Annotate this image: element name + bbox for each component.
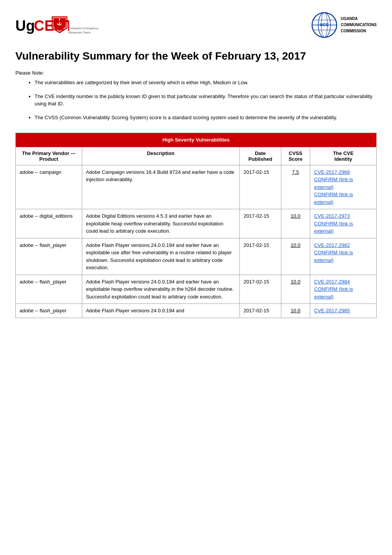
cve-cell: CVE-2017-2973 CONFIRM (link is external) bbox=[310, 209, 377, 238]
table-row: adobe -- flash_player Adobe Flash Player… bbox=[16, 304, 377, 318]
col-header-desc: Description bbox=[82, 147, 239, 165]
cve-link[interactable]: CVE-2017-2973 bbox=[314, 212, 372, 220]
confirm-link-1[interactable]: CONFIRM (link is external) bbox=[314, 176, 372, 191]
cve-cell: CVE-2017-2982 CONFIRM (link is external) bbox=[310, 238, 377, 275]
col-header-date: DatePublished bbox=[239, 147, 281, 165]
table-row: adobe -- flash_player Adobe Flash Player… bbox=[16, 275, 377, 304]
date-cell: 2017-02-15 bbox=[239, 275, 281, 304]
ugcert-logo-svg: Ug CERT bbox=[15, 15, 69, 36]
col-header-cve: The CVEIdentity bbox=[310, 147, 377, 165]
note-item-2: The CVE indentity number is the publicly… bbox=[35, 93, 377, 108]
cvss-cell: 10.0 bbox=[281, 209, 310, 238]
ugcert-subtitle: Computer Emergency Response Team bbox=[68, 27, 98, 34]
confirm-link-2[interactable]: CONFIRM (link is external) bbox=[314, 191, 372, 206]
desc-cell: Adobe Campaign versions 16.4 Build 8724 … bbox=[82, 165, 239, 209]
col-header-cvss: CVSSScore bbox=[281, 147, 310, 165]
cvss-cell: 10.0 bbox=[281, 304, 310, 318]
vendor-cell: adobe -- flash_player bbox=[16, 275, 82, 304]
ucc-logo: UCC UGANDA COMMUNICATIONS COMMISSION bbox=[311, 12, 377, 38]
cve-link[interactable]: CVE-2017-2982 bbox=[314, 242, 372, 249]
vendor-cell: adobe -- flash_player bbox=[16, 238, 82, 275]
page-title: Vulnerability Summary for the Week of Fe… bbox=[15, 50, 377, 62]
table-row: adobe -- flash_player Adobe Flash Player… bbox=[16, 238, 377, 275]
svg-text:CERT: CERT bbox=[34, 18, 69, 34]
vendor-cell: adobe -- digital_editions bbox=[16, 209, 82, 238]
date-cell: 2017-02-15 bbox=[239, 209, 281, 238]
cve-link[interactable]: CVE-2017-2984 bbox=[314, 278, 372, 286]
vendor-cell: adobe -- flash_player bbox=[16, 304, 82, 318]
notes-list: The vulnerabilities are cattegorized by … bbox=[15, 79, 377, 121]
cve-cell: CVE-2017-2985 bbox=[310, 304, 377, 318]
confirm-link-1[interactable]: CONFIRM (link is external) bbox=[314, 285, 372, 300]
cve-link[interactable]: CVE-2017-2985 bbox=[314, 307, 372, 315]
cvss-cell: 7.5 bbox=[281, 165, 310, 209]
cve-cell: CVE-2017-2968 CONFIRM (link is external)… bbox=[310, 165, 377, 209]
vulnerability-table: High Severity Vulnerabilities The Primar… bbox=[15, 133, 377, 318]
desc-cell: Adobe Flash Player versions 24.0.0.194 a… bbox=[82, 304, 239, 318]
cvss-cell: 10.0 bbox=[281, 238, 310, 275]
vendor-cell: adobe -- campaign bbox=[16, 165, 82, 209]
col-header-vendor: The Primary Vendor ---Product bbox=[16, 147, 82, 165]
table-row: adobe -- digital_editions Adobe Digital … bbox=[16, 209, 377, 238]
ucc-text: UGANDA COMMUNICATIONS COMMISSION bbox=[341, 16, 377, 34]
note-item-1: The vulnerabilities are cattegorized by … bbox=[35, 79, 377, 87]
page-header: Ug CERT Computer Emergency Response Team… bbox=[15, 12, 377, 38]
date-cell: 2017-02-15 bbox=[239, 238, 281, 275]
cve-cell: CVE-2017-2984 CONFIRM (link is external) bbox=[310, 275, 377, 304]
table-row: adobe -- campaign Adobe Campaign version… bbox=[16, 165, 377, 209]
please-note-label: Please Note: bbox=[15, 70, 377, 76]
cve-link[interactable]: CVE-2017-2968 bbox=[314, 168, 372, 176]
note-item-3: The CVSS (Common Vulnerability Scoring S… bbox=[35, 114, 377, 122]
svg-text:UCC: UCC bbox=[320, 22, 329, 27]
desc-cell: Adobe Digital Editions versions 4.5.3 an… bbox=[82, 209, 239, 238]
date-cell: 2017-02-15 bbox=[239, 165, 281, 209]
ugcert-logo: Ug CERT Computer Emergency Response Team bbox=[15, 15, 98, 36]
confirm-link-1[interactable]: CONFIRM (link is external) bbox=[314, 249, 372, 264]
date-cell: 2017-02-15 bbox=[239, 304, 281, 318]
table-section-header: High Severity Vulnerabilities bbox=[16, 133, 377, 147]
cvss-cell: 10.0 bbox=[281, 275, 310, 304]
desc-cell: Adobe Flash Player versions 24.0.0.194 a… bbox=[82, 238, 239, 275]
ucc-globe-icon: UCC bbox=[311, 12, 338, 38]
desc-cell: Adobe Flash Player versions 24.0.0.194 a… bbox=[82, 275, 239, 304]
svg-text:Ug: Ug bbox=[15, 18, 35, 34]
table-column-headers: The Primary Vendor ---Product Descriptio… bbox=[16, 147, 377, 165]
table-section-title: High Severity Vulnerabilities bbox=[16, 133, 377, 147]
confirm-link-1[interactable]: CONFIRM (link is external) bbox=[314, 220, 372, 235]
